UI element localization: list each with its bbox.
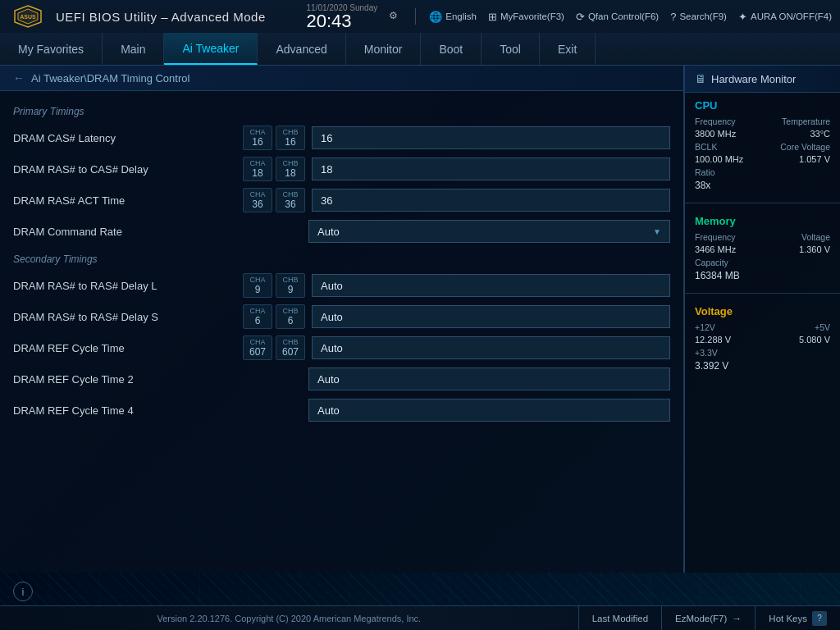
ez-mode-button[interactable]: EzMode(F7) →	[661, 606, 755, 630]
mem-capacity-value: 16384 MB	[695, 270, 830, 281]
v12-label: +12V	[695, 322, 715, 332]
v12-value: 12.288 V	[695, 335, 731, 345]
cpu-ratio-value: 38x	[695, 180, 830, 191]
ref-cycle-4-value-field[interactable]: Auto	[308, 399, 670, 422]
mem-voltage-value: 1.360 V	[799, 244, 830, 254]
v33-label: +3.3V	[695, 348, 718, 358]
memory-section: Memory Frequency Voltage 3466 MHz 1.360 …	[685, 208, 840, 288]
left-panel: ← Ai Tweaker\DRAM Timing Control Primary…	[0, 66, 684, 573]
last-modified-button[interactable]: Last Modified	[578, 606, 661, 630]
cas-latency-label: DRAM CAS# Latency	[13, 132, 243, 144]
ras-ras-s-label: DRAM RAS# to RAS# Delay S	[13, 311, 243, 323]
breadcrumb: ← Ai Tweaker\DRAM Timing Control	[0, 66, 683, 91]
aura-icon: ✦	[738, 11, 747, 23]
v5-label: +5V	[815, 322, 830, 332]
ref-cycle-chb-box: CHB 607	[276, 336, 305, 360]
navbar: My Favorites Main Ai Tweaker Advanced Mo…	[0, 33, 840, 66]
cpu-temperature-label: Temperature	[782, 116, 830, 126]
app-title: UEFI BIOS Utility – Advanced Mode	[56, 10, 298, 24]
ras-ras-s-channels: CHA 6 CHB 6	[243, 304, 305, 329]
ref-cycle-channels: CHA 607 CHB 607	[243, 336, 305, 360]
favorite-icon: ⊞	[488, 11, 497, 23]
mem-frequency-label: Frequency	[695, 232, 736, 242]
ref-cycle-value-field[interactable]: Auto	[312, 336, 670, 359]
ras-ras-l-value-field[interactable]: Auto	[312, 274, 670, 297]
mem-freq-row: Frequency Voltage	[695, 232, 830, 242]
ref-cycle-2-value-field[interactable]: Auto	[308, 368, 670, 390]
volt-33-row: +3.3V	[695, 348, 830, 358]
cas-value-field[interactable]: 16	[312, 126, 670, 149]
ras-ras-s-value-field[interactable]: Auto	[312, 305, 670, 328]
ref-cycle-label: DRAM REF Cycle Time	[13, 342, 243, 354]
cpu-title: CPU	[695, 99, 830, 112]
nav-exit[interactable]: Exit	[540, 33, 596, 65]
hw-monitor-header: 🖥 Hardware Monitor	[685, 66, 840, 93]
hot-keys-key-icon: ?	[812, 611, 827, 626]
cpu-divider	[685, 203, 840, 203]
cmd-rate-dropdown[interactable]: Auto ▼	[308, 220, 670, 243]
content-area: Primary Timings DRAM CAS# Latency CHA 16…	[0, 91, 683, 434]
ref-cycle-cha-box: CHA 607	[243, 336, 272, 360]
globe-icon: 🌐	[429, 11, 442, 23]
info-button[interactable]: i	[13, 582, 33, 601]
ras-act-chb-box: CHB 36	[276, 188, 305, 212]
primary-timings-label: Primary Timings	[13, 99, 670, 122]
nav-advanced[interactable]: Advanced	[258, 33, 345, 65]
svg-text:ASUS: ASUS	[20, 14, 36, 20]
myfavorite-label: MyFavorite(F3)	[500, 11, 564, 21]
mem-capacity-label: Capacity	[695, 258, 728, 267]
ref-cycle-2-label: DRAM REF Cycle Time 2	[13, 373, 243, 386]
cpu-frequency-row: Frequency Temperature	[695, 116, 830, 126]
cas-cha-box: CHA 16	[243, 126, 272, 150]
header-controls: 🌐 English ⊞ MyFavorite(F3) ⟳ Qfan Contro…	[429, 11, 832, 23]
nav-main[interactable]: Main	[103, 33, 164, 65]
volt-12-val-row: 12.288 V 5.080 V	[695, 335, 830, 345]
monitor-icon: 🖥	[695, 72, 706, 85]
myfavorite-button[interactable]: ⊞ MyFavorite(F3)	[488, 11, 564, 23]
ras-ras-s-chb-box: CHB 6	[276, 304, 305, 329]
memory-title: Memory	[695, 215, 830, 227]
ras-ras-l-channels: CHA 9 CHB 9	[243, 273, 305, 298]
chevron-down-icon: ▼	[653, 227, 661, 236]
main-layout: ← Ai Tweaker\DRAM Timing Control Primary…	[0, 66, 840, 573]
ras-cas-chb-box: CHB 18	[276, 157, 305, 181]
secondary-timings-label: Secondary Timings	[13, 247, 670, 270]
ras-act-label: DRAM RAS# ACT Time	[13, 194, 243, 207]
cpu-bclk-row: BCLK Core Voltage	[695, 142, 830, 152]
breadcrumb-back-button[interactable]: ←	[13, 71, 25, 84]
hot-keys-button[interactable]: Hot Keys ?	[755, 606, 840, 630]
aura-button[interactable]: ✦ AURA ON/OFF(F4)	[738, 11, 832, 23]
nav-my-favorites[interactable]: My Favorites	[0, 33, 103, 65]
info-icon-area: i	[13, 582, 33, 601]
ras-act-channels: CHA 36 CHB 36	[243, 188, 305, 212]
mem-freq-val-row: 3466 MHz 1.360 V	[695, 244, 830, 254]
cmd-rate-label: DRAM Command Rate	[13, 226, 243, 238]
qfan-button[interactable]: ⟳ Qfan Control(F6)	[576, 11, 659, 23]
nav-monitor[interactable]: Monitor	[346, 33, 422, 65]
mem-divider	[685, 293, 840, 294]
version-text: Version 2.20.1276. Copyright (C) 2020 Am…	[0, 614, 578, 623]
table-row: DRAM RAS# ACT Time CHA 36 CHB 36 36	[13, 185, 670, 216]
divider	[415, 8, 416, 25]
asus-logo: ASUS	[8, 3, 48, 30]
table-row: DRAM REF Cycle Time 4 Auto	[13, 395, 670, 426]
settings-icon[interactable]: ⚙	[389, 10, 402, 23]
cpu-core-voltage-label: Core Voltage	[780, 142, 830, 152]
hw-monitor-title: Hardware Monitor	[711, 73, 796, 85]
hot-keys-label: Hot Keys	[769, 614, 807, 623]
nav-boot[interactable]: Boot	[421, 33, 482, 65]
ras-ras-l-chb-box: CHB 9	[276, 273, 305, 298]
last-modified-label: Last Modified	[592, 614, 648, 623]
volt-12-row: +12V +5V	[695, 322, 830, 332]
footer: Version 2.20.1276. Copyright (C) 2020 Am…	[0, 605, 840, 630]
nav-tool[interactable]: Tool	[482, 33, 540, 65]
datetime-block: 11/01/2020 Sunday 20:43	[306, 3, 377, 30]
ras-cas-value-field[interactable]: 18	[312, 158, 670, 180]
language-selector[interactable]: 🌐 English	[429, 11, 477, 23]
ras-act-value-field[interactable]: 36	[312, 189, 670, 212]
nav-ai-tweaker[interactable]: Ai Tweaker	[164, 33, 258, 65]
search-button[interactable]: ? Search(F9)	[670, 11, 727, 23]
aura-label: AURA ON/OFF(F4)	[751, 11, 832, 21]
cpu-section: CPU Frequency Temperature 3800 MHz 33°C …	[685, 93, 840, 198]
mem-voltage-label: Voltage	[801, 232, 830, 242]
